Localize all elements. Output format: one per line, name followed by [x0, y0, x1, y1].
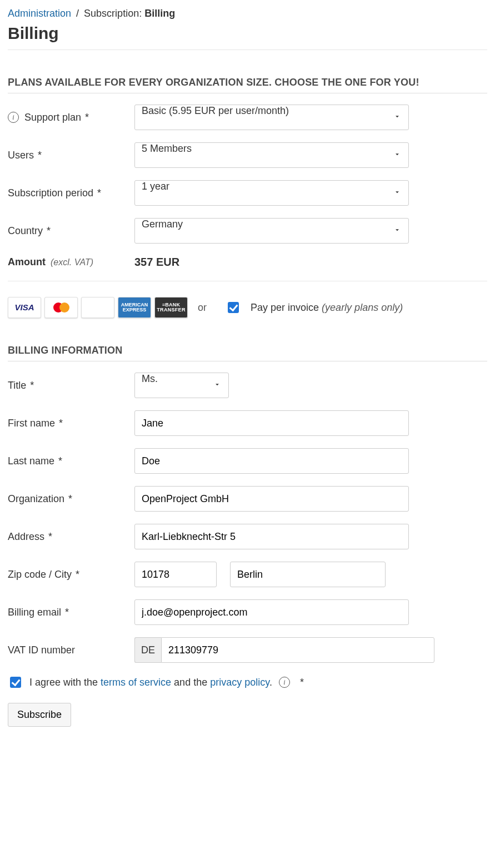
breadcrumb-separator: /: [76, 8, 79, 19]
organization-label: Organization: [8, 493, 64, 504]
info-icon[interactable]: i: [279, 677, 290, 688]
pay-per-invoice-label: Pay per invoice: [251, 302, 319, 313]
or-text: or: [198, 302, 207, 314]
country-select[interactable]: Germany: [134, 218, 409, 244]
users-label: Users: [8, 150, 34, 161]
zip-city-label: Zip code / City: [8, 569, 72, 580]
required-marker: *: [48, 531, 52, 542]
pay-per-invoice-checkbox[interactable]: [228, 302, 239, 313]
required-marker: *: [38, 150, 42, 161]
vat-id-input[interactable]: [161, 637, 434, 663]
maestro-icon: [81, 297, 114, 318]
support-plan-select[interactable]: Basic (5.95 EUR per user/month): [134, 105, 409, 130]
country-label: Country: [8, 225, 43, 236]
title-divider: [8, 49, 487, 50]
breadcrumb: Administration / Subscription: Billing: [8, 8, 487, 19]
first-name-label: First name: [8, 418, 55, 429]
subscription-period-label: Subscription period: [8, 187, 93, 199]
amount-value: 357 EUR: [134, 256, 179, 268]
bank-transfer-icon: ≡BANKTRANSFER: [154, 297, 188, 318]
vat-prefix: DE: [134, 637, 161, 663]
city-input[interactable]: [230, 562, 386, 587]
amount-note: (excl. VAT): [51, 257, 93, 267]
zip-input[interactable]: [134, 562, 217, 587]
breadcrumb-section: Subscription:: [84, 8, 142, 19]
required-marker: *: [76, 569, 79, 580]
required-marker: *: [30, 380, 34, 391]
required-marker: *: [97, 187, 101, 199]
billing-section-heading: BILLING INFORMATION: [8, 345, 487, 361]
amex-icon: AMERICANEXPRESS: [118, 297, 151, 318]
breadcrumb-page: Billing: [144, 8, 175, 19]
support-plan-label: Support plan: [24, 112, 81, 123]
page-title: Billing: [8, 24, 487, 43]
title-select[interactable]: Ms.: [134, 373, 229, 398]
consent-checkbox[interactable]: [10, 677, 21, 688]
consent-text: I agree with the terms of service and th…: [29, 677, 272, 688]
required-marker: *: [59, 418, 63, 429]
last-name-label: Last name: [8, 455, 54, 467]
plans-section-heading: PLANS AVAILABLE FOR EVERY ORGANIZATION S…: [8, 77, 487, 93]
subscribe-button[interactable]: Subscribe: [8, 703, 71, 727]
address-label: Address: [8, 531, 44, 542]
title-label: Title: [8, 380, 26, 391]
subscription-period-select[interactable]: 1 year: [134, 180, 409, 206]
mastercard-icon: [44, 297, 78, 318]
info-icon[interactable]: i: [8, 112, 19, 123]
users-select[interactable]: 5 Members: [134, 142, 409, 168]
organization-input[interactable]: [134, 486, 409, 512]
billing-email-input[interactable]: [134, 599, 409, 625]
breadcrumb-administration-link[interactable]: Administration: [8, 8, 71, 19]
visa-icon: VISA: [8, 297, 41, 318]
vat-label: VAT ID number: [8, 644, 75, 656]
amount-label: Amount: [8, 256, 46, 267]
payment-card-icons: VISA AMERICANEXPRESS ≡BANKTRANSFER: [8, 297, 188, 318]
pay-per-invoice-note: (yearly plans only): [322, 302, 403, 313]
first-name-input[interactable]: [134, 410, 409, 436]
required-marker: *: [300, 677, 304, 688]
required-marker: *: [65, 607, 69, 618]
required-marker: *: [68, 493, 72, 504]
section-divider: [8, 281, 487, 281]
address-input[interactable]: [134, 524, 409, 549]
required-marker: *: [47, 225, 51, 236]
billing-email-label: Billing email: [8, 607, 61, 618]
privacy-policy-link[interactable]: privacy policy: [210, 677, 269, 688]
required-marker: *: [85, 112, 89, 123]
terms-of-service-link[interactable]: terms of service: [101, 677, 171, 688]
last-name-input[interactable]: [134, 448, 409, 474]
required-marker: *: [58, 455, 62, 467]
